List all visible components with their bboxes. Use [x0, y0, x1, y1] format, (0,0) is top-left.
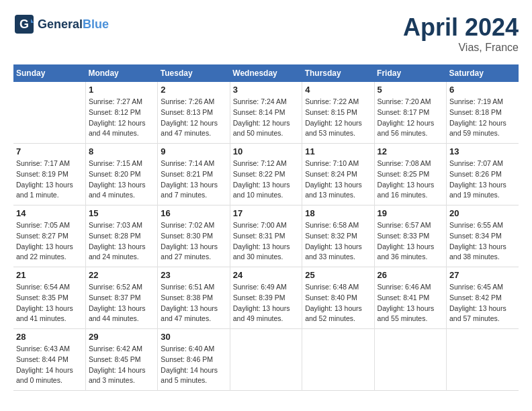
col-saturday: Saturday [447, 64, 519, 82]
day-info: Sunrise: 6:49 AM Sunset: 8:39 PM Dayligh… [233, 282, 299, 324]
day-info: Sunrise: 7:10 AM Sunset: 8:24 PM Dayligh… [305, 158, 371, 201]
day-number: 27 [449, 270, 516, 280]
day-number: 7 [16, 146, 83, 156]
calendar-cell: 19Sunrise: 6:57 AM Sunset: 8:33 PM Dayli… [374, 205, 446, 267]
calendar-cell: 24Sunrise: 6:49 AM Sunset: 8:39 PM Dayli… [230, 267, 302, 329]
day-number: 22 [89, 270, 154, 280]
calendar-cell: 8Sunrise: 7:15 AM Sunset: 8:20 PM Daylig… [85, 144, 157, 205]
calendar-cell: 16Sunrise: 7:02 AM Sunset: 8:30 PM Dayli… [158, 205, 230, 267]
day-info: Sunrise: 6:48 AM Sunset: 8:40 PM Dayligh… [305, 282, 371, 324]
calendar-body: 1Sunrise: 7:27 AM Sunset: 8:12 PM Daylig… [13, 82, 519, 391]
col-tuesday: Tuesday [158, 64, 230, 82]
day-info: Sunrise: 7:05 AM Sunset: 8:27 PM Dayligh… [16, 220, 83, 263]
col-sunday: Sunday [13, 64, 85, 82]
calendar-cell: 25Sunrise: 6:48 AM Sunset: 8:40 PM Dayli… [302, 267, 374, 329]
calendar-cell: 4Sunrise: 7:22 AM Sunset: 8:15 PM Daylig… [302, 82, 374, 144]
calendar-cell: 22Sunrise: 6:52 AM Sunset: 8:37 PM Dayli… [85, 267, 157, 329]
day-number: 19 [378, 208, 443, 218]
day-info: Sunrise: 7:00 AM Sunset: 8:31 PM Dayligh… [233, 220, 299, 263]
day-info: Sunrise: 6:43 AM Sunset: 8:44 PM Dayligh… [16, 344, 83, 386]
day-number: 24 [233, 270, 299, 280]
day-info: Sunrise: 6:51 AM Sunset: 8:38 PM Dayligh… [161, 282, 226, 324]
day-info: Sunrise: 6:45 AM Sunset: 8:42 PM Dayligh… [449, 282, 516, 324]
calendar-cell [230, 329, 302, 391]
day-number: 8 [89, 146, 154, 156]
day-number: 29 [89, 332, 154, 342]
calendar-cell [447, 329, 519, 391]
day-info: Sunrise: 7:14 AM Sunset: 8:21 PM Dayligh… [161, 158, 226, 201]
header-row: Sunday Monday Tuesday Wednesday Thursday… [13, 64, 519, 82]
day-number: 10 [233, 146, 299, 156]
calendar-title: April 2024 [403, 13, 519, 42]
logo-icon: G [13, 13, 35, 35]
day-info: Sunrise: 7:02 AM Sunset: 8:30 PM Dayligh… [161, 220, 226, 263]
day-info: Sunrise: 6:40 AM Sunset: 8:46 PM Dayligh… [161, 344, 226, 386]
week-row-1: 1Sunrise: 7:27 AM Sunset: 8:12 PM Daylig… [13, 82, 519, 144]
day-number: 12 [378, 146, 443, 156]
day-number: 15 [89, 208, 154, 218]
calendar-cell: 27Sunrise: 6:45 AM Sunset: 8:42 PM Dayli… [447, 267, 519, 329]
day-number: 13 [449, 146, 516, 156]
day-number: 18 [305, 208, 371, 218]
calendar-cell: 29Sunrise: 6:42 AM Sunset: 8:45 PM Dayli… [85, 329, 157, 391]
calendar-cell: 15Sunrise: 7:03 AM Sunset: 8:28 PM Dayli… [85, 205, 157, 267]
calendar-cell [13, 82, 85, 144]
day-number: 16 [161, 208, 226, 218]
calendar-cell: 26Sunrise: 6:46 AM Sunset: 8:41 PM Dayli… [374, 267, 446, 329]
day-number: 28 [16, 332, 83, 342]
svg-text:G: G [19, 17, 29, 31]
calendar-header: Sunday Monday Tuesday Wednesday Thursday… [13, 64, 519, 82]
page-header: G GeneralBlue April 2024 Vias, France [13, 13, 519, 54]
calendar-cell: 30Sunrise: 6:40 AM Sunset: 8:46 PM Dayli… [158, 329, 230, 391]
calendar-cell: 28Sunrise: 6:43 AM Sunset: 8:44 PM Dayli… [13, 329, 85, 391]
day-number: 23 [161, 270, 226, 280]
day-number: 5 [378, 85, 443, 95]
week-row-5: 28Sunrise: 6:43 AM Sunset: 8:44 PM Dayli… [13, 329, 519, 391]
day-info: Sunrise: 7:20 AM Sunset: 8:17 PM Dayligh… [378, 97, 443, 139]
calendar-cell: 11Sunrise: 7:10 AM Sunset: 8:24 PM Dayli… [302, 144, 374, 205]
calendar-cell: 18Sunrise: 6:58 AM Sunset: 8:32 PM Dayli… [302, 205, 374, 267]
calendar-cell: 5Sunrise: 7:20 AM Sunset: 8:17 PM Daylig… [374, 82, 446, 144]
week-row-4: 21Sunrise: 6:54 AM Sunset: 8:35 PM Dayli… [13, 267, 519, 329]
day-number: 21 [16, 270, 83, 280]
day-number: 14 [16, 208, 83, 218]
day-number: 4 [305, 85, 371, 95]
calendar-title-block: April 2024 Vias, France [403, 13, 519, 54]
day-info: Sunrise: 7:19 AM Sunset: 8:18 PM Dayligh… [449, 97, 516, 139]
calendar-cell: 21Sunrise: 6:54 AM Sunset: 8:35 PM Dayli… [13, 267, 85, 329]
calendar-cell: 20Sunrise: 6:55 AM Sunset: 8:34 PM Dayli… [447, 205, 519, 267]
calendar-cell: 9Sunrise: 7:14 AM Sunset: 8:21 PM Daylig… [158, 144, 230, 205]
day-number: 9 [161, 146, 226, 156]
day-info: Sunrise: 6:58 AM Sunset: 8:32 PM Dayligh… [305, 220, 371, 263]
day-info: Sunrise: 7:17 AM Sunset: 8:19 PM Dayligh… [16, 158, 83, 201]
calendar-subtitle: Vias, France [403, 42, 519, 54]
day-info: Sunrise: 7:12 AM Sunset: 8:22 PM Dayligh… [233, 158, 299, 201]
col-wednesday: Wednesday [230, 64, 302, 82]
day-number: 17 [233, 208, 299, 218]
calendar-cell: 13Sunrise: 7:07 AM Sunset: 8:26 PM Dayli… [447, 144, 519, 205]
day-number: 20 [449, 208, 516, 218]
day-info: Sunrise: 7:26 AM Sunset: 8:13 PM Dayligh… [161, 97, 226, 139]
calendar-cell: 10Sunrise: 7:12 AM Sunset: 8:22 PM Dayli… [230, 144, 302, 205]
day-info: Sunrise: 6:55 AM Sunset: 8:34 PM Dayligh… [449, 220, 516, 263]
week-row-2: 7Sunrise: 7:17 AM Sunset: 8:19 PM Daylig… [13, 144, 519, 205]
calendar-cell [374, 329, 446, 391]
calendar-cell: 12Sunrise: 7:08 AM Sunset: 8:25 PM Dayli… [374, 144, 446, 205]
logo-text: GeneralBlue [38, 17, 109, 32]
calendar-cell [302, 329, 374, 391]
day-number: 1 [89, 85, 154, 95]
day-number: 6 [449, 85, 516, 95]
day-info: Sunrise: 6:52 AM Sunset: 8:37 PM Dayligh… [89, 282, 154, 324]
week-row-3: 14Sunrise: 7:05 AM Sunset: 8:27 PM Dayli… [13, 205, 519, 267]
calendar-cell: 3Sunrise: 7:24 AM Sunset: 8:14 PM Daylig… [230, 82, 302, 144]
day-number: 26 [378, 270, 443, 280]
calendar-cell: 6Sunrise: 7:19 AM Sunset: 8:18 PM Daylig… [447, 82, 519, 144]
day-number: 2 [161, 85, 226, 95]
calendar-cell: 1Sunrise: 7:27 AM Sunset: 8:12 PM Daylig… [85, 82, 157, 144]
day-info: Sunrise: 7:24 AM Sunset: 8:14 PM Dayligh… [233, 97, 299, 139]
calendar-table: Sunday Monday Tuesday Wednesday Thursday… [13, 64, 519, 391]
day-info: Sunrise: 6:54 AM Sunset: 8:35 PM Dayligh… [16, 282, 83, 324]
calendar-cell: 7Sunrise: 7:17 AM Sunset: 8:19 PM Daylig… [13, 144, 85, 205]
day-info: Sunrise: 7:03 AM Sunset: 8:28 PM Dayligh… [89, 220, 154, 263]
day-info: Sunrise: 7:07 AM Sunset: 8:26 PM Dayligh… [449, 158, 516, 201]
